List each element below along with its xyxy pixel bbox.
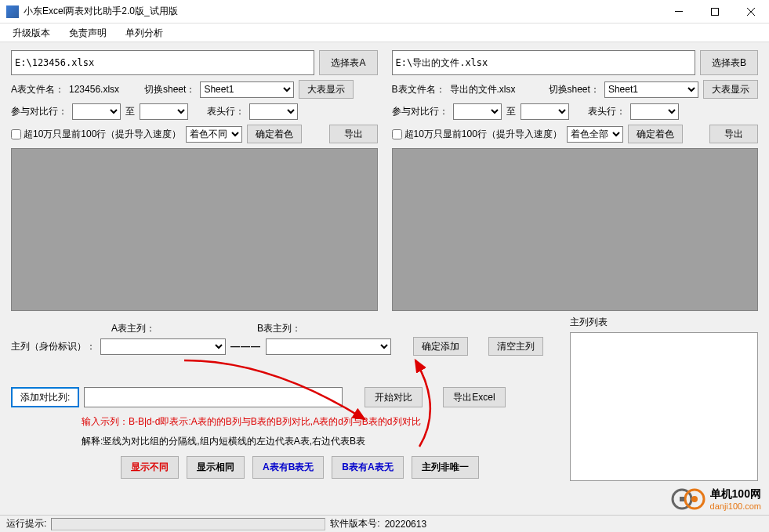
show-diff-button[interactable]: 显示不同 (121, 456, 179, 479)
b-main-label: B表主列： (257, 322, 301, 335)
id-label: 主列（身份标识）： (11, 340, 96, 353)
file-label-a: A表文件名： (11, 83, 64, 96)
b-main-select[interactable] (266, 338, 391, 355)
to-a: 至 (125, 105, 135, 118)
data-grid-b[interactable] (392, 148, 759, 311)
confirm-color-b-button[interactable]: 确定着色 (628, 125, 683, 143)
data-grid-a[interactable] (11, 148, 378, 311)
watermark-text: 单机100网 (710, 487, 761, 501)
panel-b: 选择表B B表文件名： 导出的文件.xlsx 切换sheet： Sheet1 大… (392, 50, 759, 311)
minimize-button[interactable] (661, 0, 697, 24)
row-to-a[interactable] (140, 103, 188, 120)
header-row-label-b: 表头行： (588, 105, 626, 118)
big-view-b-button[interactable]: 大表显示 (703, 80, 758, 99)
header-row-a[interactable] (249, 103, 298, 120)
a-has-b-not-button[interactable]: A表有B表无 (252, 456, 324, 479)
mid-section: A表主列： B表主列： 主列（身份标识）： ——— 确定添加 清空主列 添加对比… (0, 311, 769, 481)
main-col-list[interactable] (570, 332, 758, 481)
row-from-b[interactable] (453, 103, 502, 120)
app-icon (6, 5, 19, 18)
watermark: 单机100网 danji100.com (671, 487, 761, 512)
titlebar: 小东Excel两表对比助手2.0版_试用版 (0, 0, 769, 24)
hint-red: 输入示列：B-B|d-d即表示:A表的的B列与B表的B列对比,A表的d列与B表的… (11, 415, 554, 429)
sheet-label-b: 切换sheet： (549, 83, 600, 96)
start-compare-button[interactable]: 开始对比 (365, 387, 423, 407)
export-a-button[interactable]: 导出 (329, 125, 378, 143)
workspace: 选择表A A表文件名： 123456.xlsx 切换sheet： Sheet1 … (0, 42, 769, 311)
file-path-b[interactable] (392, 50, 695, 75)
file-name-b: 导出的文件.xlsx (450, 83, 544, 96)
clear-main-button[interactable]: 清空主列 (488, 337, 543, 356)
compare-row-label-b: 参与对比行： (392, 105, 448, 118)
limit-check-a[interactable]: 超10万只显前100行（提升导入速度） (11, 128, 181, 141)
menubar: 升级版本 免责声明 单列分析 (0, 24, 769, 42)
maximize-button[interactable] (697, 0, 733, 24)
dash-sep: ——— (230, 341, 261, 352)
window-title: 小东Excel两表对比助手2.0版_试用版 (24, 5, 661, 18)
file-path-a[interactable] (11, 50, 314, 75)
row-from-a[interactable] (72, 103, 121, 120)
menu-upgrade[interactable]: 升级版本 (3, 24, 60, 42)
menu-single-col[interactable]: 单列分析 (116, 24, 172, 42)
run-label: 运行提示: (6, 517, 46, 530)
b-has-a-not-button[interactable]: B表有A表无 (332, 456, 403, 479)
color-mode-a[interactable]: 着色不同 (186, 126, 242, 143)
panel-a: 选择表A A表文件名： 123456.xlsx 切换sheet： Sheet1 … (11, 50, 378, 311)
version-number: 20220613 (385, 519, 426, 530)
row-to-b[interactable] (521, 103, 569, 120)
main-list-label: 主列列表 (570, 317, 608, 328)
sheet-select-b[interactable]: Sheet1 (604, 81, 698, 98)
file-label-b: B表文件名： (392, 83, 445, 96)
svg-rect-1 (712, 8, 719, 15)
select-table-a-button[interactable]: 选择表A (319, 50, 377, 75)
svg-rect-4 (680, 497, 684, 501)
compare-row-label-a: 参与对比行： (11, 105, 67, 118)
version-label: 软件版本号: (330, 517, 379, 530)
result-actions: 显示不同 显示相同 A表有B表无 B表有A表无 主列非唯一 (11, 448, 554, 479)
header-row-label-a: 表头行： (207, 105, 245, 118)
header-row-b[interactable] (630, 103, 679, 120)
to-b: 至 (506, 105, 516, 118)
svg-point-5 (691, 496, 698, 502)
close-button[interactable] (733, 0, 769, 24)
statusbar: 运行提示: 软件版本号:20220613 (0, 515, 769, 532)
confirm-add-button[interactable]: 确定添加 (413, 337, 468, 356)
export-excel-button[interactable]: 导出Excel (443, 387, 505, 407)
big-view-a-button[interactable]: 大表显示 (299, 80, 354, 99)
watermark-url: danji100.com (710, 501, 761, 511)
a-main-select[interactable] (100, 338, 226, 355)
sheet-label-a: 切换sheet： (144, 83, 195, 96)
not-unique-button[interactable]: 主列非唯一 (412, 456, 479, 479)
watermark-logo-icon (671, 487, 706, 512)
color-mode-b[interactable]: 着色全部 (567, 126, 623, 143)
status-well (51, 518, 325, 530)
export-b-button[interactable]: 导出 (709, 125, 758, 143)
add-compare-col-button[interactable]: 添加对比列: (11, 387, 79, 407)
file-name-a: 123456.xlsx (69, 84, 140, 95)
confirm-color-a-button[interactable]: 确定着色 (247, 125, 302, 143)
show-same-button[interactable]: 显示相同 (187, 456, 245, 479)
a-main-label: A表主列： (111, 322, 155, 335)
svg-rect-0 (675, 11, 683, 12)
compare-col-input[interactable] (84, 387, 343, 407)
limit-check-b[interactable]: 超10万只显前100行（提升导入速度） (392, 128, 562, 141)
hint-black: 解释:竖线为对比组的分隔线,组内短横线的左边代表A表,右边代表B表 (11, 435, 554, 448)
select-table-b-button[interactable]: 选择表B (700, 50, 758, 75)
sheet-select-a[interactable]: Sheet1 (200, 81, 294, 98)
menu-disclaimer[interactable]: 免责声明 (60, 24, 116, 42)
